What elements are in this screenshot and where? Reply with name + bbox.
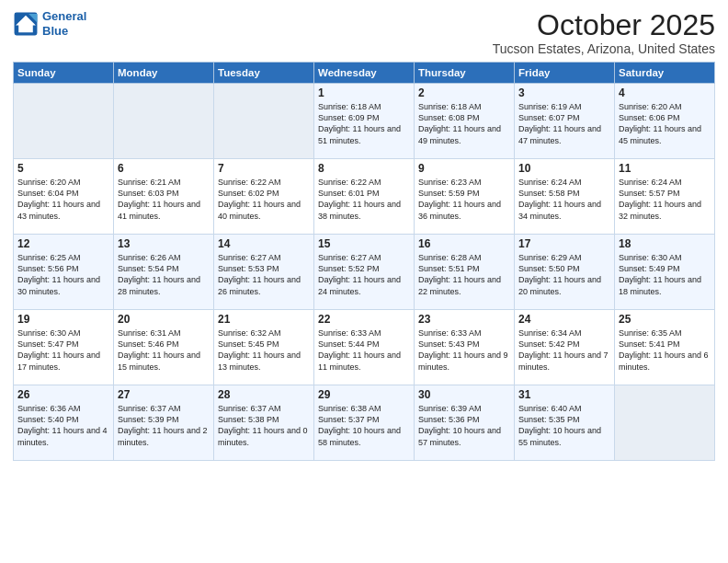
logo-blue: Blue — [42, 24, 86, 39]
cell-info: Sunrise: 6:20 AM Sunset: 6:04 PM Dayligh… — [17, 177, 109, 222]
weekday-header-thursday: Thursday — [415, 63, 515, 84]
cell-info: Sunrise: 6:35 AM Sunset: 5:41 PM Dayligh… — [619, 327, 711, 373]
cell-info: Sunrise: 6:18 AM Sunset: 6:09 PM Dayligh… — [318, 101, 410, 146]
cell-info: Sunrise: 6:18 AM Sunset: 6:08 PM Dayligh… — [418, 101, 510, 146]
calendar-cell: 19Sunrise: 6:30 AM Sunset: 5:47 PM Dayli… — [14, 310, 114, 385]
calendar-cell: 11Sunrise: 6:24 AM Sunset: 5:57 PM Dayli… — [615, 159, 715, 235]
cell-info: Sunrise: 6:27 AM Sunset: 5:53 PM Dayligh… — [218, 252, 310, 297]
cell-info: Sunrise: 6:30 AM Sunset: 5:49 PM Dayligh… — [619, 252, 711, 297]
calendar-cell: 12Sunrise: 6:25 AM Sunset: 5:56 PM Dayli… — [14, 235, 114, 310]
day-number: 16 — [418, 237, 510, 250]
cell-info: Sunrise: 6:34 AM Sunset: 5:42 PM Dayligh… — [518, 327, 610, 373]
calendar-cell: 18Sunrise: 6:30 AM Sunset: 5:49 PM Dayli… — [615, 235, 715, 310]
cell-info: Sunrise: 6:24 AM Sunset: 5:58 PM Dayligh… — [518, 177, 610, 222]
weekday-row: SundayMondayTuesdayWednesdayThursdayFrid… — [14, 63, 715, 84]
day-number: 30 — [418, 388, 510, 401]
weekday-header-friday: Friday — [515, 63, 615, 84]
calendar-cell: 7Sunrise: 6:22 AM Sunset: 6:02 PM Daylig… — [214, 159, 314, 235]
cell-info: Sunrise: 6:33 AM Sunset: 5:43 PM Dayligh… — [418, 327, 510, 373]
cell-info: Sunrise: 6:19 AM Sunset: 6:07 PM Dayligh… — [518, 101, 610, 146]
week-row-5: 26Sunrise: 6:36 AM Sunset: 5:40 PM Dayli… — [14, 385, 715, 461]
weekday-header-tuesday: Tuesday — [214, 63, 314, 84]
day-number: 15 — [318, 237, 410, 250]
cell-info: Sunrise: 6:23 AM Sunset: 5:59 PM Dayligh… — [418, 177, 510, 222]
day-number: 3 — [518, 86, 610, 99]
day-number: 28 — [218, 388, 310, 401]
day-number: 10 — [518, 162, 610, 175]
cell-info: Sunrise: 6:28 AM Sunset: 5:51 PM Dayligh… — [418, 252, 510, 297]
cell-info: Sunrise: 6:22 AM Sunset: 6:02 PM Dayligh… — [218, 177, 310, 222]
day-number: 21 — [218, 313, 310, 326]
day-number: 1 — [318, 86, 410, 99]
location: Tucson Estates, Arizona, United States — [493, 41, 715, 56]
day-number: 27 — [118, 388, 210, 401]
calendar-cell: 5Sunrise: 6:20 AM Sunset: 6:04 PM Daylig… — [14, 159, 114, 235]
calendar-cell: 26Sunrise: 6:36 AM Sunset: 5:40 PM Dayli… — [14, 385, 114, 461]
day-number: 5 — [17, 162, 109, 175]
calendar-body: 1Sunrise: 6:18 AM Sunset: 6:09 PM Daylig… — [14, 84, 715, 461]
cell-info: Sunrise: 6:31 AM Sunset: 5:46 PM Dayligh… — [118, 327, 210, 373]
calendar-cell: 4Sunrise: 6:20 AM Sunset: 6:06 PM Daylig… — [615, 84, 715, 159]
cell-info: Sunrise: 6:40 AM Sunset: 5:35 PM Dayligh… — [518, 403, 610, 448]
calendar-cell: 14Sunrise: 6:27 AM Sunset: 5:53 PM Dayli… — [214, 235, 314, 310]
title-block: October 2025 Tucson Estates, Arizona, Un… — [493, 9, 715, 56]
calendar-cell: 16Sunrise: 6:28 AM Sunset: 5:51 PM Dayli… — [415, 235, 515, 310]
calendar-cell: 20Sunrise: 6:31 AM Sunset: 5:46 PM Dayli… — [114, 310, 214, 385]
calendar-cell: 28Sunrise: 6:37 AM Sunset: 5:38 PM Dayli… — [214, 385, 314, 461]
week-row-1: 1Sunrise: 6:18 AM Sunset: 6:09 PM Daylig… — [14, 84, 715, 159]
cell-info: Sunrise: 6:32 AM Sunset: 5:45 PM Dayligh… — [218, 327, 310, 373]
logo-icon — [13, 11, 39, 37]
day-number: 18 — [619, 237, 711, 250]
calendar-cell — [214, 84, 314, 159]
calendar-cell: 30Sunrise: 6:39 AM Sunset: 5:36 PM Dayli… — [415, 385, 515, 461]
logo: General Blue — [13, 9, 86, 38]
week-row-2: 5Sunrise: 6:20 AM Sunset: 6:04 PM Daylig… — [14, 159, 715, 235]
calendar-cell: 15Sunrise: 6:27 AM Sunset: 5:52 PM Dayli… — [314, 235, 415, 310]
calendar-cell: 10Sunrise: 6:24 AM Sunset: 5:58 PM Dayli… — [515, 159, 615, 235]
day-number: 4 — [619, 86, 711, 99]
cell-info: Sunrise: 6:25 AM Sunset: 5:56 PM Dayligh… — [17, 252, 109, 297]
calendar-header: SundayMondayTuesdayWednesdayThursdayFrid… — [14, 63, 715, 84]
day-number: 20 — [118, 313, 210, 326]
day-number: 11 — [619, 162, 711, 175]
cell-info: Sunrise: 6:21 AM Sunset: 6:03 PM Dayligh… — [118, 177, 210, 222]
calendar-cell — [615, 385, 715, 461]
day-number: 19 — [17, 313, 109, 326]
day-number: 31 — [518, 388, 610, 401]
calendar-cell: 9Sunrise: 6:23 AM Sunset: 5:59 PM Daylig… — [415, 159, 515, 235]
week-row-3: 12Sunrise: 6:25 AM Sunset: 5:56 PM Dayli… — [14, 235, 715, 310]
weekday-header-wednesday: Wednesday — [314, 63, 415, 84]
cell-info: Sunrise: 6:37 AM Sunset: 5:39 PM Dayligh… — [118, 403, 210, 448]
cell-info: Sunrise: 6:27 AM Sunset: 5:52 PM Dayligh… — [318, 252, 410, 297]
day-number: 8 — [318, 162, 410, 175]
calendar-cell: 3Sunrise: 6:19 AM Sunset: 6:07 PM Daylig… — [515, 84, 615, 159]
calendar-cell: 8Sunrise: 6:22 AM Sunset: 6:01 PM Daylig… — [314, 159, 415, 235]
calendar-cell: 2Sunrise: 6:18 AM Sunset: 6:08 PM Daylig… — [415, 84, 515, 159]
calendar-cell: 23Sunrise: 6:33 AM Sunset: 5:43 PM Dayli… — [415, 310, 515, 385]
logo-general: General — [42, 9, 86, 24]
logo-text-block: General Blue — [42, 9, 86, 38]
day-number: 7 — [218, 162, 310, 175]
day-number: 25 — [619, 313, 711, 326]
weekday-header-monday: Monday — [114, 63, 214, 84]
day-number: 29 — [318, 388, 410, 401]
header: General Blue October 2025 Tucson Estates… — [13, 9, 715, 56]
cell-info: Sunrise: 6:33 AM Sunset: 5:44 PM Dayligh… — [318, 327, 410, 373]
cell-info: Sunrise: 6:39 AM Sunset: 5:36 PM Dayligh… — [418, 403, 510, 448]
calendar-cell: 29Sunrise: 6:38 AM Sunset: 5:37 PM Dayli… — [314, 385, 415, 461]
calendar-cell: 25Sunrise: 6:35 AM Sunset: 5:41 PM Dayli… — [615, 310, 715, 385]
calendar-cell: 6Sunrise: 6:21 AM Sunset: 6:03 PM Daylig… — [114, 159, 214, 235]
cell-info: Sunrise: 6:29 AM Sunset: 5:50 PM Dayligh… — [518, 252, 610, 297]
calendar-cell — [14, 84, 114, 159]
weekday-header-sunday: Sunday — [14, 63, 114, 84]
day-number: 23 — [418, 313, 510, 326]
calendar-cell: 1Sunrise: 6:18 AM Sunset: 6:09 PM Daylig… — [314, 84, 415, 159]
calendar-container: General Blue October 2025 Tucson Estates… — [0, 0, 728, 468]
cell-info: Sunrise: 6:38 AM Sunset: 5:37 PM Dayligh… — [318, 403, 410, 448]
calendar-cell — [114, 84, 214, 159]
day-number: 24 — [518, 313, 610, 326]
day-number: 6 — [118, 162, 210, 175]
calendar-cell: 24Sunrise: 6:34 AM Sunset: 5:42 PM Dayli… — [515, 310, 615, 385]
calendar-cell: 13Sunrise: 6:26 AM Sunset: 5:54 PM Dayli… — [114, 235, 214, 310]
calendar-table: SundayMondayTuesdayWednesdayThursdayFrid… — [13, 62, 715, 461]
